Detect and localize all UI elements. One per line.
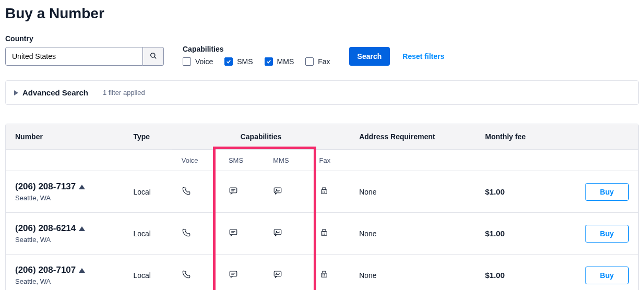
capability-fax[interactable]: Fax <box>305 57 330 66</box>
table-row: (206) 208-7137 Seattle, WA Local None $1… <box>6 171 638 213</box>
triangle-up-icon <box>79 185 85 189</box>
capability-label: Fax <box>318 57 330 66</box>
cell-number: (206) 208-7107 Seattle, WA <box>6 255 124 290</box>
cell-fee: $1.00 <box>476 213 555 255</box>
svg-point-0 <box>150 53 154 57</box>
col-capabilities: Capabilities <box>172 124 350 150</box>
phone-icon <box>182 186 191 196</box>
capabilities-label: Capabilities <box>183 45 330 53</box>
cell-cap-mms <box>264 171 309 213</box>
caret-right-icon <box>14 88 18 97</box>
advanced-search-toggle[interactable]: Advanced Search <box>14 88 88 97</box>
advanced-search-panel: Advanced Search 1 filter applied <box>5 80 639 105</box>
triangle-up-icon <box>79 268 85 273</box>
svg-line-1 <box>154 56 156 58</box>
search-button[interactable]: Search <box>349 47 390 66</box>
cell-cap-fax <box>310 255 350 290</box>
cell-cap-mms <box>264 213 309 255</box>
triangle-up-icon <box>79 226 85 231</box>
checkbox[interactable] <box>305 57 314 66</box>
capability-mms[interactable]: MMS <box>265 57 294 66</box>
cell-fee: $1.00 <box>476 171 555 213</box>
fax-icon <box>319 186 329 196</box>
checkbox[interactable] <box>224 57 233 66</box>
subcol-voice: Voice <box>172 150 219 171</box>
table-row: (206) 208-7107 Seattle, WA Local None $1… <box>6 255 638 290</box>
cell-action: Buy <box>555 255 638 290</box>
phone-icon <box>182 228 191 237</box>
cell-cap-voice <box>172 171 219 213</box>
page-title: Buy a Number <box>5 5 639 22</box>
cell-action: Buy <box>555 171 638 213</box>
capability-label: Voice <box>195 57 213 66</box>
col-type: Type <box>124 124 172 150</box>
cell-address: None <box>350 171 475 213</box>
fax-icon <box>319 228 329 237</box>
buy-button[interactable]: Buy <box>585 267 629 284</box>
cell-cap-voice <box>172 213 219 255</box>
svg-marker-2 <box>14 90 18 95</box>
checkbox[interactable] <box>183 57 191 66</box>
reset-filters-link[interactable]: Reset filters <box>402 52 444 61</box>
capability-label: SMS <box>237 57 253 66</box>
subcol-fax: Fax <box>310 150 350 171</box>
country-label: Country <box>5 34 164 43</box>
capability-voice[interactable]: Voice <box>183 57 213 66</box>
cell-type: Local <box>124 255 172 290</box>
filters-row: Country Capabilities Voice SMS MMS Fax <box>5 34 639 66</box>
capability-sms[interactable]: SMS <box>224 57 253 66</box>
cell-cap-mms <box>264 255 309 290</box>
col-number: Number <box>6 124 124 150</box>
cell-cap-sms <box>219 255 264 290</box>
buy-button[interactable]: Buy <box>585 225 629 243</box>
sms-icon <box>229 228 238 237</box>
subcol-sms: SMS <box>219 150 264 171</box>
capabilities-filter: Capabilities Voice SMS MMS Fax <box>183 45 330 66</box>
checkbox[interactable] <box>265 57 273 66</box>
cell-address: None <box>350 213 475 255</box>
cell-cap-fax <box>310 171 350 213</box>
subcol-mms: MMS <box>264 150 309 171</box>
cell-cap-voice <box>172 255 219 290</box>
fax-icon <box>319 270 329 279</box>
col-address: Address Requirement <box>350 124 475 150</box>
advanced-search-label: Advanced Search <box>22 88 88 97</box>
cell-type: Local <box>124 213 172 255</box>
cell-fee: $1.00 <box>476 255 555 290</box>
cell-cap-fax <box>310 213 350 255</box>
cell-cap-sms <box>219 171 264 213</box>
mms-icon <box>273 270 282 279</box>
sms-icon <box>229 186 238 196</box>
capability-label: MMS <box>277 57 294 66</box>
cell-action: Buy <box>555 213 638 255</box>
table-row: (206) 208-6214 Seattle, WA Local None $1… <box>6 213 638 255</box>
cell-type: Local <box>124 171 172 213</box>
country-filter: Country <box>5 34 164 66</box>
results-wrapper: Number Type Capabilities Address Require… <box>5 124 639 290</box>
advanced-search-count: 1 filter applied <box>103 89 145 96</box>
col-action <box>555 124 638 150</box>
results-table: Number Type Capabilities Address Require… <box>5 124 639 290</box>
buy-button[interactable]: Buy <box>585 183 629 201</box>
country-input[interactable] <box>5 47 143 66</box>
col-fee: Monthly fee <box>476 124 555 150</box>
mms-icon <box>273 228 282 237</box>
mms-icon <box>273 186 282 196</box>
search-icon <box>150 52 157 61</box>
cell-number: (206) 208-6214 Seattle, WA <box>6 213 124 255</box>
cell-number: (206) 208-7137 Seattle, WA <box>6 171 124 213</box>
country-search-button[interactable] <box>143 47 164 66</box>
sms-icon <box>229 270 238 279</box>
phone-icon <box>182 270 191 279</box>
cell-address: None <box>350 255 475 290</box>
cell-cap-sms <box>219 213 264 255</box>
